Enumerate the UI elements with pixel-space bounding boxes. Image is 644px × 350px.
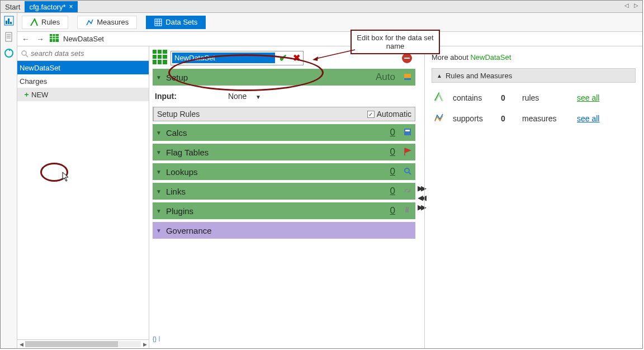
svg-rect-32: [405, 209, 409, 212]
tree-item-newdataset[interactable]: NewDataSet: [17, 61, 149, 74]
supports-label: supports: [453, 114, 493, 123]
group-count[interactable]: 0: [390, 166, 395, 177]
tree-item-new[interactable]: ＋NEW: [17, 88, 149, 101]
svg-rect-3: [10, 22, 12, 24]
chevron-down-icon: ▼: [156, 208, 162, 214]
input-selector-row: Input: None ▼: [153, 88, 415, 104]
tab-cfg-label: cfg.factory*: [29, 3, 65, 11]
group-title: Calcs: [166, 128, 187, 138]
tab-scroll-arrows[interactable]: ◁ ▷: [624, 2, 640, 8]
delete-dataset-button[interactable]: [402, 53, 412, 63]
scroll-thumb[interactable]: [25, 341, 118, 347]
forward-button[interactable]: →: [35, 34, 45, 44]
contains-label: contains: [453, 93, 493, 102]
minus-icon: [402, 53, 412, 63]
scroll-left-icon[interactable]: ◀: [17, 342, 25, 347]
measures-button[interactable]: Measures: [77, 16, 137, 29]
input-value[interactable]: None: [228, 92, 247, 101]
document-tabs: Start cfg.factory*× ◁ ▷: [1, 1, 642, 13]
datasets-tree-panel: NewDataSet Charges ＋NEW ◀ ▶: [17, 46, 149, 348]
tree-label: NEW: [31, 91, 48, 99]
setup-mode-label: Auto: [376, 72, 395, 83]
group-count[interactable]: 0: [390, 186, 395, 197]
group-count[interactable]: 0: [390, 205, 395, 216]
input-label: Input:: [155, 92, 177, 101]
tree-label: Charges: [20, 77, 47, 86]
svg-rect-29: [405, 130, 410, 131]
group-plugins[interactable]: ▼ Plugins 0: [153, 202, 415, 219]
chevron-down-icon: ▼: [156, 169, 162, 175]
plug-icon[interactable]: [403, 206, 412, 216]
braces-icon[interactable]: {}: [153, 334, 162, 345]
more-about-title: More about NewDataSet: [432, 51, 636, 63]
dataset-name-input[interactable]: NewDataSet: [172, 53, 275, 63]
group-governance[interactable]: ▼ Governance: [153, 222, 415, 239]
bottom-tools: {}: [153, 334, 415, 345]
confirm-name-button[interactable]: ✔: [276, 51, 290, 65]
plus-icon: ＋: [23, 89, 30, 100]
summary-row-measures: supports 0 measures see all: [434, 112, 633, 124]
tab-start[interactable]: Start: [1, 1, 25, 12]
summary-row-rules: contains 0 rules see all: [434, 92, 633, 103]
rules-button[interactable]: Rules: [22, 16, 68, 29]
search-input[interactable]: [31, 49, 145, 58]
group-title: Flag Tables: [166, 148, 209, 157]
dataset-editor: NewDataSet ✔ ✖ ▼ Setup Auto Input:: [149, 46, 418, 348]
svg-rect-14: [50, 34, 59, 42]
stack-icon[interactable]: [403, 72, 412, 83]
svg-rect-9: [155, 19, 162, 26]
group-title: Lookups: [166, 167, 198, 177]
link-icon[interactable]: [403, 186, 412, 197]
tree-item-charges[interactable]: Charges: [17, 74, 149, 88]
grid-icon: [50, 34, 59, 44]
measures-label: Measures: [97, 18, 129, 26]
group-calcs[interactable]: ▼ Calcs 0: [153, 124, 415, 141]
horizontal-scrollbar[interactable]: ◀ ▶: [17, 339, 149, 348]
see-all-rules-link[interactable]: see all: [577, 93, 599, 102]
scroll-track[interactable]: [25, 341, 141, 347]
chevron-down-icon: ▼: [156, 130, 162, 136]
datasets-button[interactable]: Data Sets: [146, 16, 206, 29]
supports-count: 0: [501, 114, 514, 123]
group-title: Governance: [166, 226, 212, 235]
rules-measures-header[interactable]: ▲Rules and Measures: [432, 68, 636, 83]
cancel-name-button[interactable]: ✖: [290, 51, 303, 65]
dropdown-icon[interactable]: ▼: [255, 94, 261, 100]
vertical-toolbar: [1, 13, 17, 348]
scroll-right-icon[interactable]: ▶: [141, 342, 149, 347]
group-count[interactable]: 0: [390, 127, 395, 138]
chevron-down-icon: ▼: [156, 149, 162, 155]
calc-icon[interactable]: [403, 127, 412, 138]
svg-text:{}: {}: [153, 336, 157, 342]
rules-measures-label: Rules and Measures: [446, 72, 512, 80]
refresh-icon[interactable]: [4, 48, 14, 60]
tab-cfg-factory[interactable]: cfg.factory*×: [25, 1, 77, 12]
search-icon[interactable]: [403, 167, 412, 177]
chart-icon[interactable]: [4, 16, 14, 27]
dataset-name-edit[interactable]: NewDataSet ✔ ✖: [171, 51, 304, 65]
measures-label: measures: [522, 114, 569, 123]
see-all-measures-link[interactable]: see all: [577, 114, 599, 123]
chevron-down-icon: ▼: [156, 188, 162, 195]
svg-point-30: [405, 168, 409, 173]
measures-icon: [434, 112, 445, 124]
document-icon[interactable]: [4, 32, 14, 44]
chevron-down-icon: ▼: [156, 74, 162, 81]
cursor-icon: [62, 172, 70, 183]
group-flag-tables[interactable]: ▼ Flag Tables 0: [153, 144, 415, 160]
group-setup[interactable]: ▼ Setup Auto: [153, 69, 415, 86]
breadcrumb-text: NewDataSet: [63, 35, 104, 43]
svg-rect-4: [6, 32, 12, 41]
group-count[interactable]: 0: [390, 146, 395, 158]
automatic-checkbox[interactable]: ✓: [367, 111, 375, 118]
back-button[interactable]: ←: [21, 34, 31, 44]
search-bar[interactable]: [17, 46, 149, 61]
chevron-up-icon: ▲: [437, 73, 442, 79]
close-icon[interactable]: ×: [69, 3, 73, 11]
more-about-panel: More about NewDataSet ▲Rules and Measure…: [424, 46, 642, 348]
rules-label: Rules: [41, 18, 60, 26]
group-links[interactable]: ▼ Links 0: [153, 183, 415, 200]
flag-icon[interactable]: [403, 147, 412, 158]
group-title: Links: [166, 187, 186, 196]
group-lookups[interactable]: ▼ Lookups 0: [153, 163, 415, 180]
